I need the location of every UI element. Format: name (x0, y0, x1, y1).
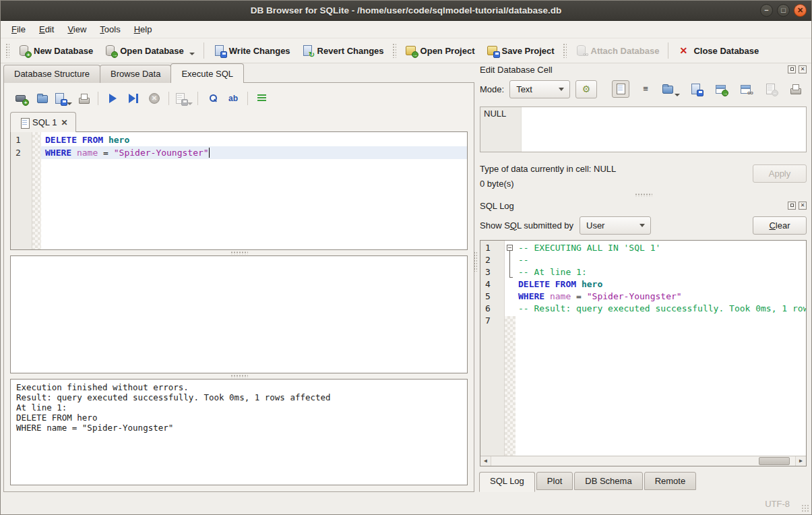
open-database-dropdown-icon[interactable] (189, 53, 195, 55)
main-toolbar: + New Database → Open Database Write Cha… (1, 38, 811, 63)
encoding-indicator[interactable]: UTF-8 (765, 499, 790, 509)
export-data-button[interactable] (687, 80, 704, 98)
dock-tab-remote[interactable]: Remote (644, 472, 697, 490)
submitted-by-select[interactable]: User (580, 216, 651, 235)
execute-all-button[interactable] (104, 90, 121, 107)
save-data-icon (689, 83, 701, 95)
menu-view[interactable]: View (61, 22, 93, 36)
import-data-button[interactable] (662, 80, 679, 98)
sql-log-filter-row: Show SQL submitted by User Clear (478, 213, 808, 237)
log-horizontal-scrollbar[interactable]: ◀ ▶ (480, 456, 806, 466)
results-messages-splitter[interactable] (10, 373, 468, 379)
find-icon (206, 92, 218, 104)
find-replace-button[interactable]: ab (225, 90, 241, 107)
copy-link-button[interactable]: oo (737, 80, 754, 98)
log-line: DELETE FROM hero (516, 278, 806, 291)
menu-tools[interactable]: Tools (93, 22, 127, 36)
menu-help[interactable]: Help (127, 22, 159, 36)
log-line: -- EXECUTING ALL IN 'SQL 1' (516, 242, 806, 254)
open-sql-file-button[interactable] (34, 90, 50, 107)
edit-cell-close-icon[interactable]: ✕ (799, 65, 807, 73)
open-database-button[interactable]: → Open Database (98, 41, 200, 60)
cell-value-editor[interactable]: NULL (480, 107, 807, 152)
sql1-tab[interactable]: SQL 1 ✕ (10, 112, 76, 132)
cell-type-text: Type of data currently in cell: NULL (480, 162, 753, 177)
sql-editor[interactable]: 1 2 DELETE FROM hero WHERE name = "Spide… (10, 131, 468, 250)
titlebar[interactable]: DB Browser for SQLite - /home/user/code/… (1, 1, 811, 21)
new-sql-tab-button[interactable]: + (13, 90, 29, 107)
auto-format-button[interactable] (254, 90, 270, 107)
print-cell-button[interactable] (786, 80, 804, 98)
toolbar-separator (668, 42, 668, 59)
editor-code-area[interactable]: DELETE FROM hero WHERE name = "Spider-Yo… (41, 132, 467, 249)
save-sql-file-button[interactable] (55, 90, 71, 107)
sql-log-view[interactable]: 12 34 56 7 -- EXECUTING ALL IN 'SQL 1' -… (480, 240, 807, 466)
close-database-icon: ✕ (677, 44, 689, 57)
sql1-tab-close-icon[interactable]: ✕ (61, 118, 67, 127)
execute-all-icon (109, 94, 117, 103)
chevron-down-icon (559, 88, 564, 91)
edit-cell-float-icon[interactable] (788, 65, 796, 73)
apply-button: Apply (753, 164, 807, 183)
fold-collapse-icon[interactable] (507, 245, 513, 251)
editor-results-splitter[interactable] (10, 250, 468, 255)
attach-database-button: oo Attach Database (569, 41, 665, 60)
editor-line-2-current: WHERE name = "Spider-Youngster" (41, 146, 467, 159)
print-icon (77, 92, 90, 104)
scroll-right-icon[interactable]: ▶ (795, 456, 806, 466)
results-grid[interactable] (10, 255, 468, 373)
editor-fold-margin (32, 132, 41, 249)
open-in-external-button[interactable]: → (712, 80, 729, 98)
editor-line-1: DELETE FROM hero (41, 133, 467, 146)
log-fold-margin[interactable] (505, 241, 516, 456)
write-changes-button[interactable]: Write Changes (208, 41, 296, 60)
chevron-down-icon (639, 224, 645, 227)
resize-grip-icon[interactable] (801, 504, 809, 512)
scroll-left-icon[interactable]: ◀ (480, 456, 491, 466)
dock-tab-sql-log[interactable]: SQL Log (479, 472, 535, 492)
maximize-icon[interactable]: □ (777, 4, 790, 17)
window-title: DB Browser for SQLite - /home/user/code/… (1, 5, 811, 16)
sql-log-float-icon[interactable] (788, 202, 796, 210)
text-cursor (209, 148, 210, 158)
print-sql-button[interactable] (75, 90, 92, 107)
menu-edit[interactable]: Edit (32, 22, 61, 36)
save-project-button[interactable]: Save Project (480, 41, 560, 60)
toolbar-drag-handle[interactable] (563, 43, 567, 58)
minimize-icon[interactable]: − (760, 4, 773, 17)
dock-tab-db-schema[interactable]: DB Schema (574, 472, 642, 490)
execute-current-line-button[interactable] (125, 90, 142, 107)
dock-tab-plot[interactable]: Plot (536, 472, 573, 490)
sql-log-close-icon[interactable]: ✕ (799, 202, 807, 210)
word-wrap-button[interactable]: ≡ (637, 80, 654, 98)
find-button[interactable] (204, 90, 220, 107)
close-icon[interactable]: ✕ (794, 4, 807, 17)
edit-cell-dock-header: Edit Database Cell ✕ (478, 62, 808, 77)
cell-mode-row: Mode: Text ⚙ ≡ → oo − (478, 77, 808, 101)
toolbar-drag-handle[interactable] (5, 43, 9, 58)
save-sql-dropdown-icon[interactable] (67, 102, 72, 105)
toolbar-drag-handle[interactable] (392, 43, 396, 58)
clear-log-button[interactable]: Clear (753, 216, 807, 235)
text-mode-button[interactable] (612, 80, 629, 98)
tab-execute-sql[interactable]: Execute SQL (170, 63, 244, 83)
tab-browse-data[interactable]: Browse Data (100, 65, 171, 83)
close-database-button[interactable]: ✕ Close Database (672, 41, 764, 60)
open-folder-icon (661, 83, 673, 95)
log-line-numbers: 12 34 56 7 (480, 241, 505, 456)
sql-log-title: SQL Log (480, 201, 785, 211)
save-results-button (175, 90, 191, 107)
right-dock-area: Edit Database Cell ✕ Mode: Text ⚙ ≡ → oo… (478, 62, 808, 492)
dock-tab-bar: SQL Log Plot DB Schema Remote (478, 472, 808, 492)
dock-splitter[interactable] (478, 191, 808, 198)
cell-settings-button[interactable]: ⚙ (575, 80, 597, 98)
scrollbar-thumb[interactable] (759, 457, 790, 465)
execution-messages[interactable]: Execution finished without errors. Resul… (10, 379, 468, 485)
tab-database-structure[interactable]: Database Structure (3, 65, 100, 83)
log-code-area: -- EXECUTING ALL IN 'SQL 1' -- -- At lin… (516, 241, 806, 456)
revert-changes-button[interactable]: ↻ Revert Changes (296, 41, 389, 60)
mode-select[interactable]: Text (509, 80, 570, 98)
menu-file[interactable]: File (5, 22, 32, 36)
open-project-button[interactable]: → Open Project (399, 41, 480, 60)
new-database-button[interactable]: + New Database (12, 41, 98, 60)
